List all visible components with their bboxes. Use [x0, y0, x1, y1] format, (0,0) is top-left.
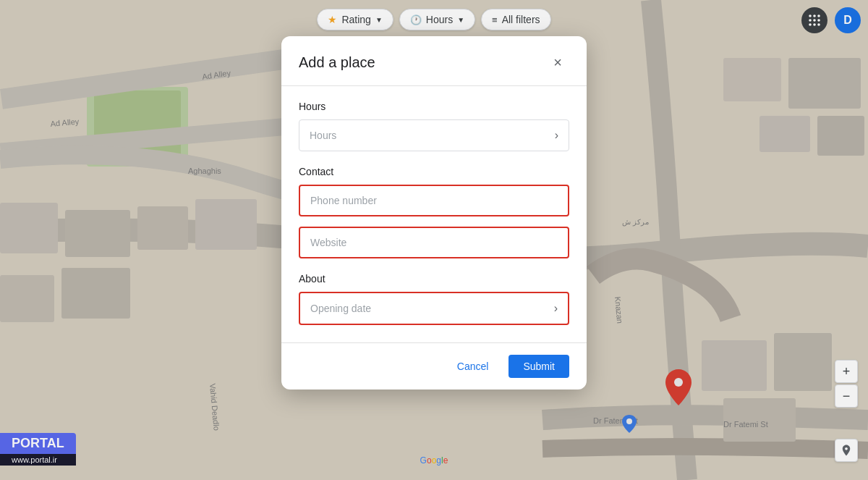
opening-date-select-button[interactable]: Opening date › — [299, 292, 569, 325]
opening-date-chevron-icon: › — [554, 302, 558, 315]
opening-date-field-row: Opening date › — [299, 292, 569, 325]
hours-chevron-icon: › — [555, 129, 558, 142]
hours-select-button[interactable]: Hours › — [299, 119, 569, 151]
dialog-header: Add a place × — [281, 36, 587, 86]
about-section-label: About — [299, 273, 569, 285]
hours-placeholder: Hours — [310, 130, 336, 141]
dialog-footer: Cancel Submit — [281, 342, 587, 390]
phone-number-input[interactable] — [299, 185, 569, 216]
website-input[interactable] — [299, 227, 569, 258]
submit-button[interactable]: Submit — [509, 355, 569, 378]
hours-section-label: Hours — [299, 101, 569, 112]
phone-field-row — [299, 185, 569, 216]
hours-field-row: Hours › — [299, 119, 569, 151]
dialog-overlay: Add a place × Hours Hours › Contact — [0, 0, 868, 480]
website-field-row — [299, 227, 569, 258]
dialog-title: Add a place — [299, 54, 375, 71]
opening-date-placeholder: Opening date — [310, 303, 371, 314]
cancel-button[interactable]: Cancel — [443, 355, 503, 378]
contact-section-label: Contact — [299, 166, 569, 177]
add-place-dialog: Add a place × Hours Hours › Contact — [281, 36, 587, 390]
dialog-body[interactable]: Hours Hours › Contact About — [281, 86, 587, 342]
dialog-close-button[interactable]: × — [546, 51, 569, 74]
